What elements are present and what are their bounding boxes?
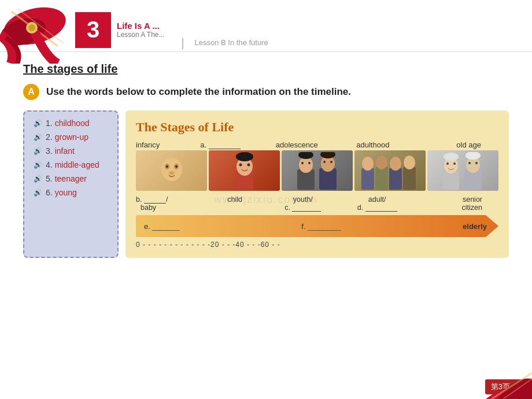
svg-rect-31 (389, 168, 402, 190)
timeline-box: The Stages of Life infancy a. adolescenc… (125, 110, 509, 258)
svg-point-28 (362, 157, 374, 171)
speaker-icon-5[interactable]: 🔊 (34, 175, 42, 183)
photos-strip (136, 150, 498, 191)
lesson-a-label: Lesson A The... (117, 31, 165, 39)
svg-point-32 (390, 157, 401, 171)
label-adulthood: adulthood (335, 141, 411, 149)
blank-f[interactable] (308, 223, 341, 231)
section-title: The stages of life (23, 62, 509, 76)
word-list-box: 🔊 1. childhood 🔊 2. grown-up 🔊 3. infant… (23, 110, 119, 258)
timeline-title: The Stages of Life (136, 120, 498, 135)
list-item: 🔊 6. young (34, 188, 108, 197)
svg-point-10 (175, 165, 178, 168)
label-c: youth/ c. (266, 195, 340, 212)
bottom-stage-sublabels: b. / baby child youth/ c. adult/ d. seni… (136, 195, 498, 212)
svg-point-34 (404, 156, 415, 169)
svg-point-21 (298, 152, 313, 159)
instruction-row: A Use the words below to complete the in… (23, 84, 509, 100)
svg-point-14 (239, 163, 242, 166)
main-content: The stages of life A Use the words below… (0, 52, 532, 268)
list-item: 🔊 2. grown-up (34, 132, 108, 142)
blank-e[interactable] (152, 223, 180, 231)
svg-point-39 (453, 162, 456, 165)
age-scale: 0 - - - - - - - - - - - - -20 - - -40 - … (136, 241, 498, 249)
unit-number: 3 (75, 12, 111, 48)
svg-point-18 (299, 157, 313, 173)
svg-point-24 (323, 161, 326, 163)
header: 3 Life Is A ... Lesson A The... Lesson B… (0, 0, 532, 52)
label-e: e. (144, 222, 180, 231)
page-number-text: 第3页 (491, 382, 510, 392)
svg-point-6 (161, 158, 182, 181)
blank-c[interactable] (292, 204, 321, 212)
photo-baby (136, 150, 207, 191)
arrow-content: e. f. elderly (144, 222, 487, 231)
photo-teen (282, 150, 353, 191)
speaker-icon-3[interactable]: 🔊 (34, 147, 42, 155)
exercise-area: 🔊 1. childhood 🔊 2. grown-up 🔊 3. infant… (23, 110, 509, 258)
speaker-icon-4[interactable]: 🔊 (34, 161, 42, 169)
svg-point-43 (468, 162, 471, 164)
svg-point-9 (166, 165, 168, 168)
list-item: 🔊 4. middle-aged (34, 160, 108, 169)
label-d: adult/ d. (340, 195, 414, 212)
exercise-label-a: A (23, 84, 39, 100)
svg-rect-29 (375, 167, 388, 190)
svg-point-37 (444, 153, 459, 161)
svg-point-30 (376, 156, 387, 169)
orange-arrow: e. f. elderly (136, 215, 498, 237)
label-senior-citizen: seniorcitizen (414, 195, 498, 212)
list-item: 🔊 5. teenager (34, 174, 108, 183)
svg-rect-33 (403, 167, 416, 190)
label-b: b. / baby (136, 195, 204, 212)
speaker-icon-6[interactable]: 🔊 (34, 189, 42, 197)
photo-senior (427, 150, 498, 191)
svg-point-20 (308, 162, 311, 164)
blank-a[interactable] (209, 141, 241, 149)
svg-point-16 (236, 152, 253, 161)
instruction-text: Use the words below to complete the info… (46, 86, 351, 98)
label-infancy: infancy (136, 141, 200, 149)
label-elderly: elderly (463, 222, 487, 231)
svg-point-44 (475, 162, 478, 164)
speaker-icon-2[interactable]: 🔊 (34, 133, 42, 141)
list-item: 🔊 1. childhood (34, 119, 108, 128)
unit-info: Life Is A ... Lesson A The... (117, 21, 165, 39)
photo-adult-group (354, 150, 426, 191)
lesson-b-tab[interactable]: Lesson B In the future (182, 38, 268, 49)
page-number-badge: 第3页 ▶ (485, 379, 525, 394)
svg-point-15 (247, 163, 250, 166)
blank-b[interactable] (144, 195, 166, 204)
next-arrow-icon[interactable]: ▶ (513, 383, 519, 391)
svg-point-19 (301, 162, 304, 164)
label-f: f. (301, 222, 341, 231)
photo-child (209, 150, 280, 191)
blank-d[interactable] (365, 204, 397, 212)
list-item: 🔊 3. infant (34, 146, 108, 156)
svg-point-11 (169, 171, 175, 175)
label-old-age: old age (423, 141, 498, 149)
svg-rect-27 (361, 168, 374, 190)
svg-point-42 (466, 152, 481, 160)
svg-point-26 (320, 152, 335, 158)
label-a: a. (200, 141, 258, 149)
svg-point-38 (446, 162, 449, 165)
svg-point-25 (330, 161, 332, 163)
unit-title: Life Is A ... (117, 21, 165, 31)
label-adolescence: adolescence (259, 141, 335, 149)
top-stage-labels: infancy a. adolescence adulthood old age (136, 141, 498, 149)
speaker-icon-1[interactable]: 🔊 (34, 119, 42, 127)
label-child: child (204, 195, 266, 204)
